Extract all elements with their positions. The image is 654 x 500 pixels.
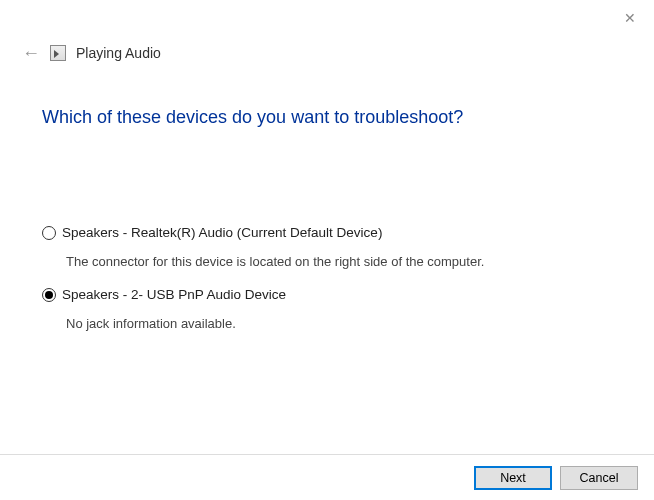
device-options: Speakers - Realtek(R) Audio (Current Def… xyxy=(42,225,624,349)
device-option-label: Speakers - 2- USB PnP Audio Device xyxy=(62,287,286,302)
cancel-button[interactable]: Cancel xyxy=(560,466,638,490)
device-option-description: No jack information available. xyxy=(66,316,624,331)
device-option[interactable]: Speakers - 2- USB PnP Audio Device No ja… xyxy=(42,287,624,331)
page-title: Which of these devices do you want to tr… xyxy=(42,107,463,128)
device-option-label: Speakers - Realtek(R) Audio (Current Def… xyxy=(62,225,382,240)
close-icon[interactable]: ✕ xyxy=(624,10,636,26)
back-arrow-icon[interactable]: ← xyxy=(22,44,40,62)
radio-icon[interactable] xyxy=(42,288,56,302)
wizard-header: ← Playing Audio xyxy=(22,44,161,62)
radio-icon[interactable] xyxy=(42,226,56,240)
wizard-title: Playing Audio xyxy=(76,45,161,61)
audio-icon xyxy=(50,45,66,61)
device-option[interactable]: Speakers - Realtek(R) Audio (Current Def… xyxy=(42,225,624,269)
device-option-description: The connector for this device is located… xyxy=(66,254,624,269)
next-button[interactable]: Next xyxy=(474,466,552,490)
wizard-footer: Next Cancel xyxy=(0,454,654,500)
